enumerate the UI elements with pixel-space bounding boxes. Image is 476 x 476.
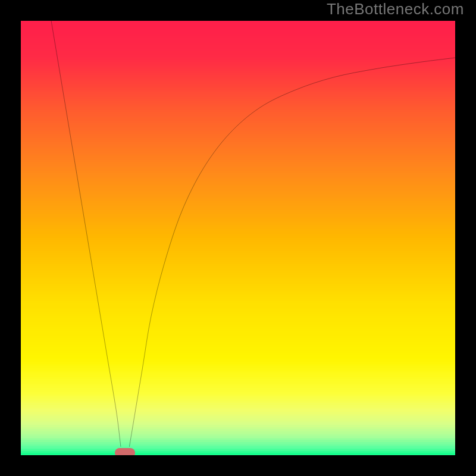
watermark-text: TheBottleneck.com xyxy=(327,0,464,18)
chart-frame: TheBottleneck.com xyxy=(0,0,476,476)
plot-area xyxy=(21,21,455,455)
optimal-point-marker xyxy=(115,448,135,455)
bottleneck-curve xyxy=(21,21,455,455)
